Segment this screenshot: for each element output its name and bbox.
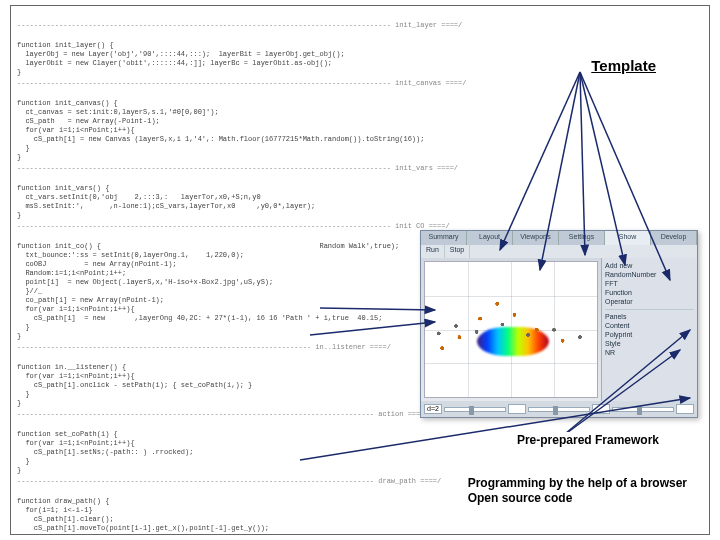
section-header: ----------------------------------------… <box>17 21 703 30</box>
code-block: function in.__listener() { for(var i=1;i… <box>17 363 252 407</box>
app-footer: d=2 <box>421 401 697 417</box>
app-toolbar: Run Stop <box>421 245 697 258</box>
caption: Programming by the help of a browser Ope… <box>465 474 690 508</box>
side-item[interactable]: NR <box>605 348 694 357</box>
footer-value[interactable] <box>676 404 694 414</box>
side-item[interactable]: Function <box>605 288 694 297</box>
side-sec2-title: Panels <box>605 312 694 321</box>
slider[interactable] <box>444 407 506 412</box>
side-item[interactable]: FFT <box>605 279 694 288</box>
plot-area[interactable] <box>424 261 598 398</box>
side-item[interactable]: Operator <box>605 297 694 306</box>
slider[interactable] <box>528 407 590 412</box>
section-header: ----------------------------------------… <box>17 164 703 173</box>
tab-summary[interactable]: Summary <box>421 231 467 245</box>
code-block: function draw_path() { for(i=1; i<-i-1} … <box>17 497 269 535</box>
slider[interactable] <box>612 407 674 412</box>
app-body: Add new RandomNumber FFT Function Operat… <box>421 258 697 401</box>
tab-develop[interactable]: Develop <box>651 231 697 245</box>
tab-viewports[interactable]: Viewports <box>513 231 559 245</box>
run-button[interactable]: Run <box>421 245 445 258</box>
side-item[interactable]: Style <box>605 339 694 348</box>
code-block: function set_coPath(i) { for(var i=1;i<n… <box>17 430 193 474</box>
template-label: Template <box>587 55 660 76</box>
caption-line1: Programming by the help of a browser <box>468 476 687 490</box>
side-title: Add new <box>605 261 694 270</box>
side-item[interactable]: RandomNumber <box>605 270 694 279</box>
footer-value[interactable] <box>592 404 610 414</box>
code-block: function init_layer() { layerObj = new L… <box>17 41 345 76</box>
code-block: function init_co() { Random Walk',true);… <box>17 242 399 340</box>
code-block: function init_vars() { ct_vars.setInit(0… <box>17 184 315 219</box>
app-window: Summary Layout Viewports Settings Show D… <box>420 230 698 418</box>
tab-layout[interactable]: Layout <box>467 231 513 245</box>
side-panel: Add new RandomNumber FFT Function Operat… <box>601 258 697 401</box>
app-tabs: Summary Layout Viewports Settings Show D… <box>421 231 697 245</box>
curve-gray <box>425 289 597 363</box>
footer-value[interactable]: d=2 <box>424 404 442 414</box>
code-block: function init_canvas() { ct_canvas = set… <box>17 99 424 161</box>
tab-show[interactable]: Show <box>605 231 651 245</box>
caption-line2: Open source code <box>468 491 573 505</box>
framework-label: Pre-prepared Framework <box>514 432 662 448</box>
tab-settings[interactable]: Settings <box>559 231 605 245</box>
stop-button[interactable]: Stop <box>445 245 470 258</box>
side-item[interactable]: Polyprint <box>605 330 694 339</box>
footer-value[interactable] <box>508 404 526 414</box>
side-item[interactable]: Content <box>605 321 694 330</box>
section-header: ----------------------------------------… <box>17 79 703 88</box>
